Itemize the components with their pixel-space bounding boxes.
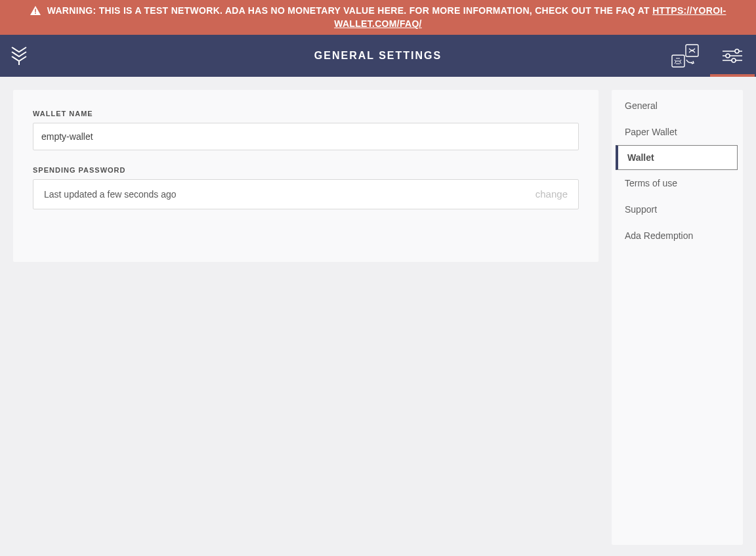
app-logo-icon[interactable] bbox=[10, 46, 28, 66]
sidebar-item-label: Support bbox=[625, 204, 657, 215]
body: WALLET NAME SPENDING PASSWORD Last updat… bbox=[0, 77, 756, 556]
svg-point-9 bbox=[732, 58, 736, 62]
svg-rect-2 bbox=[686, 45, 698, 56]
settings-sidebar: General Paper Wallet Wallet Terms of use… bbox=[612, 90, 743, 545]
sidebar-item-label: Paper Wallet bbox=[625, 127, 677, 137]
sidebar-item-label: Terms of use bbox=[625, 178, 677, 188]
nav-daedalus-transfer-button[interactable] bbox=[662, 35, 709, 77]
sidebar-item-wallet[interactable]: Wallet bbox=[616, 145, 738, 170]
settings-card: WALLET NAME SPENDING PASSWORD Last updat… bbox=[13, 90, 598, 262]
topbar: GENERAL SETTINGS bbox=[0, 35, 756, 77]
sidebar-item-label: General bbox=[625, 100, 658, 111]
sidebar-item-label: Wallet bbox=[627, 152, 654, 163]
warning-icon bbox=[30, 6, 41, 15]
sidebar-item-terms-of-use[interactable]: Terms of use bbox=[612, 170, 743, 196]
svg-point-7 bbox=[726, 54, 730, 58]
spending-password-updated-text: Last updated a few seconds ago bbox=[44, 189, 177, 200]
wallet-name-input[interactable] bbox=[33, 123, 579, 150]
change-password-button[interactable]: change bbox=[536, 188, 568, 200]
sidebar-item-ada-redemption[interactable]: Ada Redemption bbox=[612, 223, 743, 249]
page-title: GENERAL SETTINGS bbox=[0, 50, 756, 62]
spending-password-label: SPENDING PASSWORD bbox=[33, 166, 579, 174]
spending-password-block: SPENDING PASSWORD Last updated a few sec… bbox=[33, 166, 579, 209]
sidebar-item-general[interactable]: General bbox=[612, 93, 743, 119]
wallet-name-label: WALLET NAME bbox=[33, 110, 579, 118]
test-network-warning-bar: WARNING: THIS IS A TEST NETWORK. ADA HAS… bbox=[0, 0, 756, 35]
svg-rect-1 bbox=[35, 13, 36, 14]
nav-settings-button[interactable] bbox=[709, 35, 756, 77]
spending-password-row: Last updated a few seconds ago change bbox=[33, 179, 579, 209]
sidebar-item-support[interactable]: Support bbox=[612, 196, 743, 223]
warning-text: WARNING: THIS IS A TEST NETWORK. ADA HAS… bbox=[47, 5, 652, 16]
svg-rect-0 bbox=[35, 9, 36, 12]
svg-point-5 bbox=[735, 49, 739, 53]
sidebar-item-label: Ada Redemption bbox=[625, 230, 693, 241]
sidebar-item-paper-wallet[interactable]: Paper Wallet bbox=[612, 119, 743, 145]
wallet-name-block: WALLET NAME bbox=[33, 110, 579, 150]
